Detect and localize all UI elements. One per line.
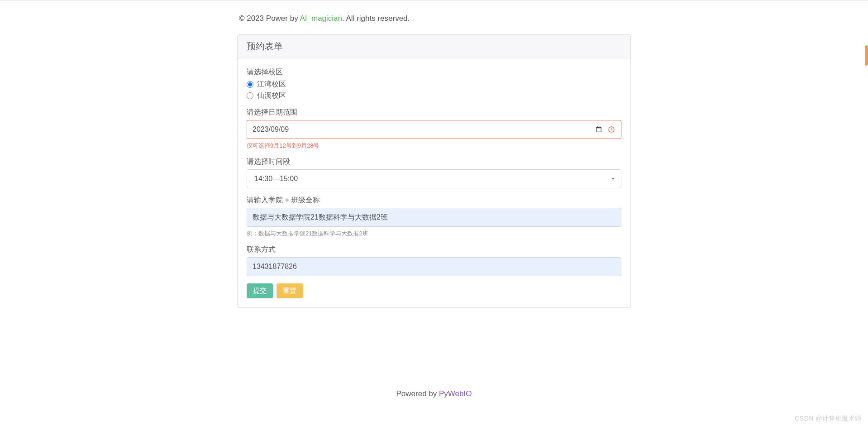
class-input[interactable]: [247, 208, 621, 227]
time-group: 请选择时间段 14:30—15:00: [247, 157, 621, 188]
campus-option-label[interactable]: 仙溪校区: [257, 91, 286, 101]
copyright-line: © 2023 Power by AI_magician. All rights …: [237, 14, 631, 23]
form-card: 预约表单 请选择校区 江湾校区 仙溪校区 请选择日期范围: [237, 34, 631, 308]
class-group: 请输入学院 + 班级全称 例：数据与大数据学院21数据科学与大数据2班: [247, 196, 621, 238]
footer-prefix: Powered by: [396, 389, 439, 398]
author-link[interactable]: AI_magician: [300, 14, 342, 23]
date-label: 请选择日期范围: [247, 108, 621, 117]
copyright-prefix: © 2023 Power by: [239, 14, 300, 23]
campus-group: 请选择校区 江湾校区 仙溪校区: [247, 67, 621, 101]
contact-input[interactable]: [247, 257, 621, 276]
footer: Powered by PyWebIO: [0, 380, 868, 407]
contact-label: 联系方式: [247, 245, 621, 254]
date-error-text: 仅可选择9月12号到9月28号: [247, 142, 621, 150]
submit-button[interactable]: 提交: [247, 283, 273, 298]
campus-radio-jiangwan[interactable]: [247, 81, 253, 88]
copyright-suffix: . All rights reserved.: [342, 14, 410, 23]
reset-button[interactable]: 重置: [277, 283, 303, 298]
time-label: 请选择时间段: [247, 157, 621, 167]
date-group: 请选择日期范围 仅可选择9月12号到9月28号: [247, 108, 621, 150]
contact-group: 联系方式: [247, 245, 621, 276]
campus-label: 请选择校区: [247, 67, 621, 77]
date-input[interactable]: [247, 120, 621, 139]
campus-radio-xianxi[interactable]: [247, 92, 253, 99]
class-label: 请输入学院 + 班级全称: [247, 196, 621, 205]
pywebio-link[interactable]: PyWebIO: [439, 389, 472, 398]
card-title: 预约表单: [238, 35, 630, 58]
campus-option-label[interactable]: 江湾校区: [257, 80, 286, 89]
class-help-text: 例：数据与大数据学院21数据科学与大数据2班: [247, 230, 621, 238]
button-row: 提交 重置: [247, 283, 621, 298]
scrollbar-thumb[interactable]: [865, 45, 868, 66]
time-select[interactable]: 14:30—15:00: [247, 169, 621, 188]
